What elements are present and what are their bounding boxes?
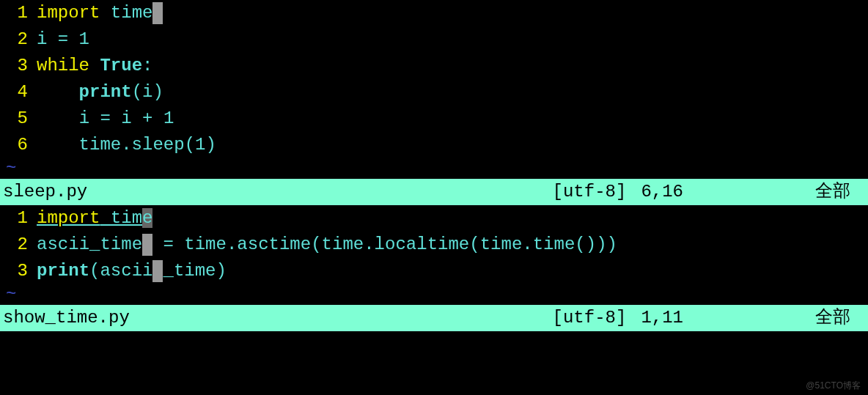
code-line[interactable]: 3while True: (0, 53, 868, 79)
code-content: time.sleep(1) (37, 132, 216, 158)
line-number: 4 (0, 79, 37, 106)
code-line[interactable]: 1import time (0, 205, 868, 232)
line-number: 1 (0, 205, 37, 232)
status-encoding: [utf-8] (553, 305, 627, 331)
code-content: i = 1 (37, 26, 89, 53)
status-bar-top: sleep.py [utf-8] 6,16 全部 (0, 179, 868, 205)
code-line[interactable]: 6 time.sleep(1) (0, 132, 868, 158)
status-scroll: 全部 (815, 179, 850, 205)
code-line[interactable]: 2ascii_time = time.asctime(time.localtim… (0, 232, 868, 258)
line-number: 2 (0, 232, 37, 258)
code-content: print(ascii_time) (37, 258, 227, 284)
status-filename: sleep.py (3, 179, 208, 205)
status-filename: show_time.py (3, 305, 208, 331)
cursor-icon (152, 2, 163, 24)
code-content: import time (37, 0, 163, 26)
line-number: 3 (0, 258, 37, 284)
code-content: while True: (37, 53, 152, 79)
watermark: @51CTO博客 (806, 379, 861, 392)
status-scroll: 全部 (815, 305, 850, 331)
code-line[interactable]: 4 print(i) (0, 79, 868, 106)
editor-pane-bottom[interactable]: 1import time2ascii_time = time.asctime(t… (0, 205, 868, 305)
line-number: 1 (0, 0, 37, 26)
vim-tilde: ~ (0, 158, 868, 179)
status-bar-bottom: show_time.py [utf-8] 1,11 全部 (0, 305, 868, 331)
code-content: i = i + 1 (37, 106, 174, 132)
line-number: 2 (0, 26, 37, 53)
line-number: 6 (0, 132, 37, 158)
code-content: import time (37, 205, 152, 232)
code-content: ascii_time = time.asctime(time.localtime… (37, 232, 617, 258)
status-position: 6,16 (641, 179, 683, 205)
code-line[interactable]: 1import time (0, 0, 868, 26)
code-line[interactable]: 3print(ascii_time) (0, 258, 868, 284)
line-number: 5 (0, 106, 37, 132)
cursor-icon (142, 234, 152, 256)
status-position: 1,11 (641, 305, 683, 331)
code-line[interactable]: 5 i = i + 1 (0, 106, 868, 132)
code-content: print(i) (37, 79, 163, 106)
editor-pane-top[interactable]: 1import time2i = 13while True:4 print(i)… (0, 0, 868, 179)
line-number: 3 (0, 53, 37, 79)
vim-tilde: ~ (0, 284, 868, 305)
status-encoding: [utf-8] (553, 179, 627, 205)
cursor-icon (152, 260, 163, 282)
code-line[interactable]: 2i = 1 (0, 26, 868, 53)
